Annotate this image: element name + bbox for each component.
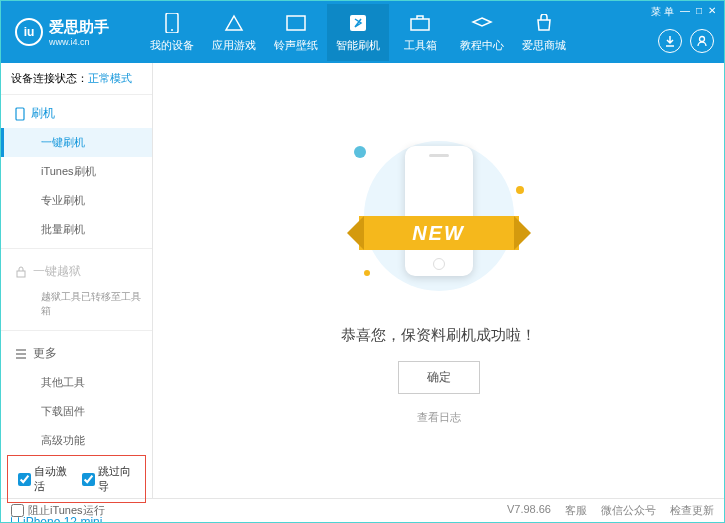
nav-apps[interactable]: 应用游戏 [203,4,265,61]
nav-ringtones[interactable]: 铃声壁纸 [265,4,327,61]
svg-point-5 [700,37,705,42]
user-button[interactable] [690,29,714,53]
view-log-link[interactable]: 查看日志 [417,410,461,425]
nav-toolbox[interactable]: 工具箱 [389,4,451,61]
sidebar-item-itunes-flash[interactable]: iTunes刷机 [1,157,152,186]
success-illustration: NEW [349,136,529,306]
app-name: 爱思助手 [49,18,109,37]
block-itunes-checkbox[interactable]: 阻止iTunes运行 [11,503,105,518]
svg-rect-4 [411,19,429,30]
skip-guide-checkbox[interactable]: 跳过向导 [82,464,136,494]
minimize-icon[interactable]: — [680,5,690,19]
sidebar: 设备连接状态：正常模式 刷机 一键刷机 iTunes刷机 专业刷机 批量刷机 一… [1,63,153,498]
apps-icon [203,12,265,34]
phone-icon [15,107,25,121]
svg-rect-2 [287,16,305,30]
check-update-link[interactable]: 检查更新 [670,503,714,518]
menu-text[interactable]: 菜 单 [651,5,674,19]
main-content: NEW 恭喜您，保资料刷机成功啦！ 确定 查看日志 [153,63,724,498]
flash-icon [327,12,389,34]
nav-my-device[interactable]: 我的设备 [141,4,203,61]
svg-point-1 [171,29,173,31]
wechat-link[interactable]: 微信公众号 [601,503,656,518]
sidebar-item-other-tools[interactable]: 其他工具 [1,368,152,397]
sidebar-item-batch-flash[interactable]: 批量刷机 [1,215,152,244]
tutorial-icon [451,12,513,34]
version-label: V7.98.66 [507,503,551,518]
store-icon [513,12,575,34]
success-message: 恭喜您，保资料刷机成功啦！ [341,326,536,345]
wallpaper-icon [265,12,327,34]
download-button[interactable] [658,29,682,53]
sidebar-item-download-firmware[interactable]: 下载固件 [1,397,152,426]
connection-status: 设备连接状态：正常模式 [1,63,152,95]
service-link[interactable]: 客服 [565,503,587,518]
logo: iu 爱思助手 www.i4.cn [1,18,141,47]
lock-icon [15,266,27,278]
window-controls: 菜 单 — □ ✕ [651,5,716,19]
options-row: 自动激活 跳过向导 [7,455,146,503]
section-more[interactable]: 更多 [1,335,152,368]
nav-tutorial[interactable]: 教程中心 [451,4,513,61]
auto-activate-checkbox[interactable]: 自动激活 [18,464,72,494]
sidebar-item-oneclick-flash[interactable]: 一键刷机 [1,128,152,157]
app-header: iu 爱思助手 www.i4.cn 我的设备 应用游戏 铃声壁纸 智能刷机 工具… [1,1,724,63]
nav-flash[interactable]: 智能刷机 [327,4,389,61]
new-ribbon: NEW [359,216,519,250]
sidebar-item-pro-flash[interactable]: 专业刷机 [1,186,152,215]
toolbox-icon [389,12,451,34]
main-nav: 我的设备 应用游戏 铃声壁纸 智能刷机 工具箱 教程中心 爱思商城 [141,4,724,61]
section-flash[interactable]: 刷机 [1,95,152,128]
jailbreak-note: 越狱工具已转移至工具箱 [1,286,152,326]
sidebar-item-advanced[interactable]: 高级功能 [1,426,152,455]
device-icon [141,12,203,34]
app-domain: www.i4.cn [49,37,109,47]
section-jailbreak[interactable]: 一键越狱 [1,253,152,286]
menu-icon [15,349,27,359]
maximize-icon[interactable]: □ [696,5,702,19]
close-icon[interactable]: ✕ [708,5,716,19]
nav-store[interactable]: 爱思商城 [513,4,575,61]
svg-rect-6 [16,108,24,120]
ok-button[interactable]: 确定 [398,361,480,394]
logo-icon: iu [15,18,43,46]
svg-rect-7 [17,271,25,277]
